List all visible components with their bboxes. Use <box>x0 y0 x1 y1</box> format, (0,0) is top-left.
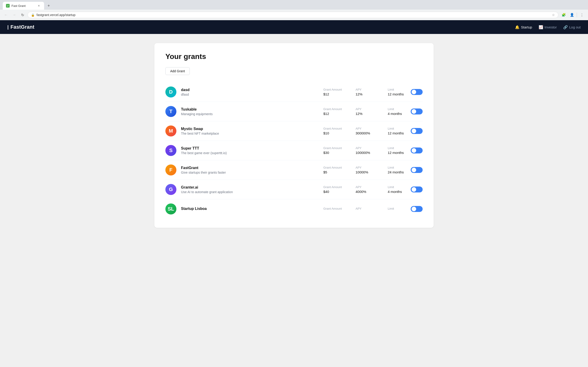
nav-logout-link[interactable]: 🔗 Log out <box>563 25 581 29</box>
grant-toggle[interactable] <box>411 89 423 95</box>
forward-button[interactable]: → <box>11 12 17 18</box>
grant-desc: dfasd <box>181 93 319 96</box>
apy-group: APY 12% <box>355 107 374 116</box>
grant-stats: Grant Amount $30 APY 100000% Limit 12 mo… <box>323 146 406 155</box>
grant-row: G Granter.ai Use AI to automate grant ap… <box>165 180 423 199</box>
toggle-switch[interactable] <box>411 128 423 134</box>
grant-amount-value: $5 <box>323 170 342 174</box>
limit-value: 12 months <box>388 92 406 96</box>
grant-amount-label: Grant Amount <box>323 146 342 150</box>
apy-group: APY 100000% <box>355 146 374 155</box>
grant-amount-value: $10 <box>323 131 342 135</box>
grant-toggle[interactable] <box>411 206 423 212</box>
active-tab: ✓ Fast Grant × <box>3 2 44 10</box>
browser-tabs: ✓ Fast Grant × + <box>3 2 585 10</box>
more-menu-button[interactable]: ⋮ <box>578 11 585 18</box>
apy-value: 300000% <box>355 131 374 135</box>
apy-label: APY <box>355 146 374 150</box>
reload-button[interactable]: ↻ <box>19 12 26 18</box>
toggle-knob <box>412 129 416 133</box>
limit-label: Limit <box>388 88 406 91</box>
extensions-button[interactable]: 🧩 <box>560 11 567 18</box>
grant-name: Super TTT <box>181 146 319 150</box>
address-bar[interactable]: 🔒 fastgrant.vercel.app/startup ☆ <box>27 12 558 18</box>
grant-row: T Tuskable Managing equipments Grant Amo… <box>165 102 423 121</box>
toggle-switch[interactable] <box>411 89 423 95</box>
grant-desc: The best game ever (superttt.io) <box>181 151 319 155</box>
grant-amount-group: Grant Amount $12 <box>323 88 342 96</box>
toolbar-actions: 🧩 👤 ⋮ <box>560 11 585 18</box>
back-button[interactable]: ← <box>3 12 9 18</box>
grant-info: Tuskable Managing equipments <box>181 107 319 116</box>
url-text: fastgrant.vercel.app/startup <box>36 13 550 17</box>
limit-group: Limit 24 months <box>388 166 406 174</box>
grant-toggle[interactable] <box>411 148 423 153</box>
grant-logo: T <box>165 106 176 117</box>
browser-chrome: ✓ Fast Grant × + <box>0 0 588 10</box>
toggle-switch[interactable] <box>411 148 423 153</box>
toggle-switch[interactable] <box>411 206 423 212</box>
grant-toggle[interactable] <box>411 186 423 192</box>
app-nav: | FastGrant 🔔 Startup 📈 Investor 🔗 Log o… <box>0 20 588 34</box>
grant-logo: G <box>165 184 176 195</box>
toggle-switch[interactable] <box>411 186 423 192</box>
new-tab-button[interactable]: + <box>45 2 52 9</box>
grant-toggle[interactable] <box>411 108 423 115</box>
tab-close-button[interactable]: × <box>37 4 41 8</box>
app-wrapper: | FastGrant 🔔 Startup 📈 Investor 🔗 Log o… <box>0 20 588 367</box>
grant-amount-value: $12 <box>323 112 342 116</box>
grant-amount-label: Grant Amount <box>323 207 342 210</box>
grant-toggle[interactable] <box>411 128 423 134</box>
apy-value: 100000% <box>355 151 374 155</box>
nav-investor-link[interactable]: 📈 Investor <box>539 25 557 29</box>
toggle-switch[interactable] <box>411 167 423 173</box>
grant-amount-label: Grant Amount <box>323 166 342 169</box>
logo-icon: | <box>7 25 9 30</box>
grant-name: Granter.ai <box>181 185 319 190</box>
grant-stats: Grant Amount $10 APY 300000% Limit 12 mo… <box>323 127 406 135</box>
grant-info: Super TTT The best game ever (superttt.i… <box>181 146 319 155</box>
grant-name: Mystic Swap <box>181 127 319 131</box>
toggle-knob <box>412 168 416 172</box>
grant-toggle[interactable] <box>411 167 423 173</box>
grant-desc: Managing equipments <box>181 112 319 116</box>
limit-label: Limit <box>388 107 406 111</box>
grant-logo: M <box>165 125 176 136</box>
grant-stats: Grant Amount $12 APY 12% Limit 4 months <box>323 107 406 116</box>
investor-label: Investor <box>545 25 557 29</box>
limit-label: Limit <box>388 207 406 210</box>
logout-icon: 🔗 <box>563 25 568 29</box>
browser-toolbar: ← → ↻ 🔒 fastgrant.vercel.app/startup ☆ 🧩… <box>0 10 588 20</box>
apy-label: APY <box>355 88 374 91</box>
apy-group: APY 10000% <box>355 166 374 174</box>
limit-group: Limit 12 months <box>388 127 406 135</box>
grant-row: D dasd dfasd Grant Amount $12 APY 12% Li… <box>165 82 423 102</box>
grant-name: dasd <box>181 88 319 92</box>
grant-amount-group: Grant Amount $10 <box>323 127 342 135</box>
limit-value: 4 months <box>388 190 406 194</box>
main-content: Your grants Add Grant D dasd dfasd Grant… <box>147 34 441 237</box>
grant-row: S Super TTT The best game ever (superttt… <box>165 141 423 160</box>
limit-value: 12 months <box>388 131 406 135</box>
grant-amount-label: Grant Amount <box>323 107 342 111</box>
limit-value: 24 months <box>388 170 406 174</box>
apy-label: APY <box>355 185 374 189</box>
logout-label: Log out <box>569 25 581 29</box>
grant-logo: D <box>165 86 176 98</box>
nav-startup-link[interactable]: 🔔 Startup <box>515 25 532 29</box>
grant-info: Granter.ai Use AI to automate grant appl… <box>181 185 319 194</box>
tab-favicon: ✓ <box>6 4 10 8</box>
grant-amount-label: Grant Amount <box>323 88 342 91</box>
apy-label: APY <box>355 166 374 169</box>
grant-name: FastGrant <box>181 166 319 170</box>
apy-value: 12% <box>355 112 374 116</box>
limit-label: Limit <box>388 127 406 130</box>
bookmark-icon[interactable]: ☆ <box>552 13 555 17</box>
grant-amount-value: $30 <box>323 151 342 155</box>
add-grant-button[interactable]: Add Grant <box>165 67 190 75</box>
profile-button[interactable]: 👤 <box>569 11 575 18</box>
apy-value: 4000% <box>355 190 374 194</box>
grant-info: Startup Lisboa <box>181 207 319 211</box>
toggle-switch[interactable] <box>411 108 423 115</box>
limit-label: Limit <box>388 166 406 169</box>
